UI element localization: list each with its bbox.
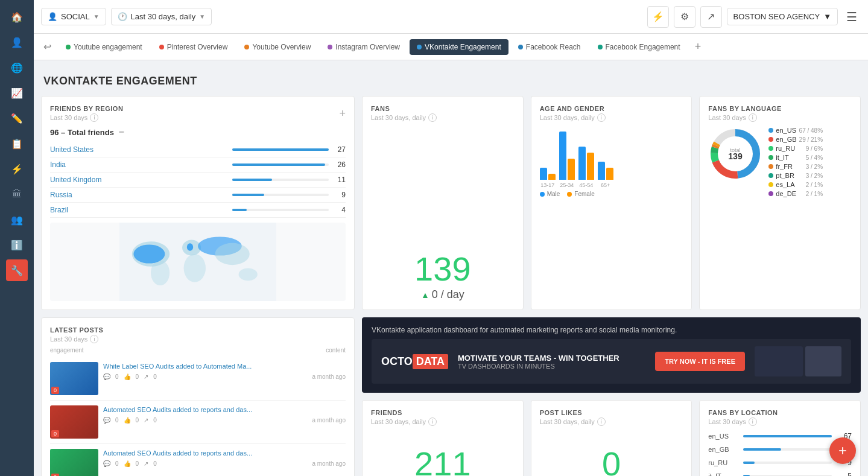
sidebar-icon-lightning[interactable]: ⚡ [6,158,28,180]
region-name[interactable]: Russia [50,191,227,199]
sidebar-icon-edit[interactable]: ✏️ [6,107,28,129]
tab-instagram[interactable]: Instagram Overview [320,39,407,55]
flash-btn[interactable]: ⚡ [647,6,669,28]
region-name[interactable]: United Kingdom [50,176,227,184]
latest-posts-info-icon[interactable]: i [90,335,98,343]
age-gender-info-icon[interactable]: i [597,113,606,122]
social-selector[interactable]: 👤 SOCIAL ▼ [41,8,106,25]
lang-item-ptbr: pt_BR 3 / 2% [768,172,823,179]
share-btn[interactable]: ↗ [700,6,722,28]
bar-group-1317: 13-17 [540,168,556,188]
lang-vals: 67 / 48% [799,127,823,134]
try-now-button[interactable]: TRY NOW - IT IS FREE [655,352,745,371]
post-like-icon: 👍 [124,417,131,424]
fab-add-button[interactable]: + [829,437,856,464]
loc-name: ru_RU [708,459,738,466]
fans-location-subtitle: Last 30 days i [708,417,852,426]
chart-legend: Male Female [540,191,683,197]
settings-btn[interactable]: ⚙ [674,6,695,28]
tab-facebook-reach[interactable]: Facebook Reach [511,39,588,55]
sidebar-icon-building[interactable]: 🏛 [6,183,28,205]
tab-pinterest[interactable]: Pinterest Overview [152,39,235,55]
sidebar-icon-people[interactable]: 👤 [6,31,28,53]
latest-posts-title: LATEST POSTS [50,326,346,334]
post-share-icon: ↗ [144,373,148,380]
region-bar-wrap [232,194,329,196]
tab-facebook-engagement[interactable]: Facebook Engagement [591,39,688,55]
post-share-icon: ↗ [144,417,148,424]
screenshot-box-1 [755,346,803,376]
octo-text: OCTO [381,355,413,368]
post-thumbnail-1: 0 [50,362,98,395]
region-list: United States 27 India 26 [50,142,346,218]
fans-language-title: FANS BY LANGUAGE [708,105,852,112]
tab-label: Instagram Overview [335,43,400,51]
tab-add-btn[interactable]: + [690,38,706,56]
lang-item-itit: it_IT 5 / 4% [768,154,823,161]
tab-youtube-engagement[interactable]: Youtube engagement [59,39,150,55]
fans-info-icon[interactable]: i [428,113,437,122]
post-thumbnail-2: 0 [50,405,98,439]
fans-card: FANS Last 30 days, daily i 139 ▲ 0 / day [362,96,524,310]
region-name[interactable]: Brazil [50,206,227,214]
tab-dot [518,45,523,49]
post-likes-info-icon[interactable]: i [597,417,606,426]
friends-stat-info-icon[interactable]: i [428,417,437,426]
tab-vkontakte[interactable]: VKontakte Engagement [410,39,508,55]
region-item: United States 27 [50,142,346,157]
sidebar-icon-user2[interactable]: 👥 [6,209,28,230]
post-title-3[interactable]: Automated SEO Audits added to reports an… [103,449,252,458]
tab-dot [244,45,249,49]
svg-point-4 [215,243,250,265]
sidebar-icon-analytics[interactable]: 📈 [6,82,28,104]
region-name[interactable]: United States [50,145,227,154]
sidebar-icon-globe[interactable]: 🌐 [6,57,28,78]
lang-dot [768,182,773,187]
post-badge: 0 [51,430,59,437]
lang-dot [768,191,773,196]
fans-location-info-icon[interactable]: i [749,417,757,426]
sidebar: 🏠 👤 🌐 📈 ✏️ 📋 ⚡ 🏛 👥 ℹ️ 🔧 [0,0,34,476]
friends-region-expand-icon[interactable]: + [339,107,346,120]
hamburger-icon[interactable]: ☰ [843,6,861,28]
dashboard-grid: FRIENDS BY REGION Last 30 days i + 96 – … [41,96,861,476]
bar-label: 25-34 [560,182,574,188]
date-arrow-icon: ▼ [199,13,205,20]
post-item-3: 0 Automated SEO Audits added to reports … [50,444,346,476]
total-friends-collapse-icon[interactable]: − [119,127,124,137]
lang-vals: 29 / 21% [799,136,823,143]
latest-posts-subtitle: Last 30 days i [50,335,346,343]
promo-inner: OCTO DATA MOTIVATE YOUR TEAMS - WIN TOGE… [372,339,851,384]
sidebar-icon-info[interactable]: ℹ️ [6,234,28,256]
post-comments: 0 [115,417,119,424]
sidebar-icon-home[interactable]: 🏠 [6,6,28,28]
date-range-selector[interactable]: 🕐 Last 30 days, daily ▼ [111,8,212,25]
lang-vals: 3 / 2% [806,173,823,179]
bar-male [578,147,586,180]
post-comment-icon: 💬 [103,373,110,380]
agency-selector[interactable]: BOSTON SEO AGENCY ▼ [727,8,838,25]
lang-name: en_GB [776,136,796,143]
fans-language-info-icon[interactable]: i [749,113,757,122]
tab-youtube-overview[interactable]: Youtube Overview [237,39,318,55]
friends-region-info-icon[interactable]: i [90,113,98,122]
tab-dot [417,45,422,49]
loc-bar [743,462,755,464]
post-comments: 0 [115,460,119,467]
friends-stat-card: FRIENDS Last 30 days, daily i 211 ▲ %0 /… [362,400,524,477]
fans-subtitle: Last 30 days, daily i [371,113,515,122]
post-title-1[interactable]: White Label SEO Audits added to Automate… [103,362,252,371]
sidebar-icon-list[interactable]: 📋 [6,133,28,154]
post-title-2[interactable]: Automated SEO Audits added to reports an… [103,405,252,414]
tabbar: ↩ Youtube engagement Pinterest Overview … [34,34,868,60]
post-shares: 0 [153,460,157,467]
region-name[interactable]: India [50,160,227,169]
tab-back-icon[interactable]: ↩ [39,39,56,55]
post-comment-icon: 💬 [103,460,110,467]
loc-bar [743,435,832,437]
sidebar-icon-bug[interactable]: 🔧 [6,259,28,281]
post-like-icon: 👍 [124,373,131,380]
region-item: Russia 9 [50,188,346,203]
fans-delta: ▲ 0 / day [371,288,515,301]
tab-label: Facebook Engagement [606,43,680,51]
